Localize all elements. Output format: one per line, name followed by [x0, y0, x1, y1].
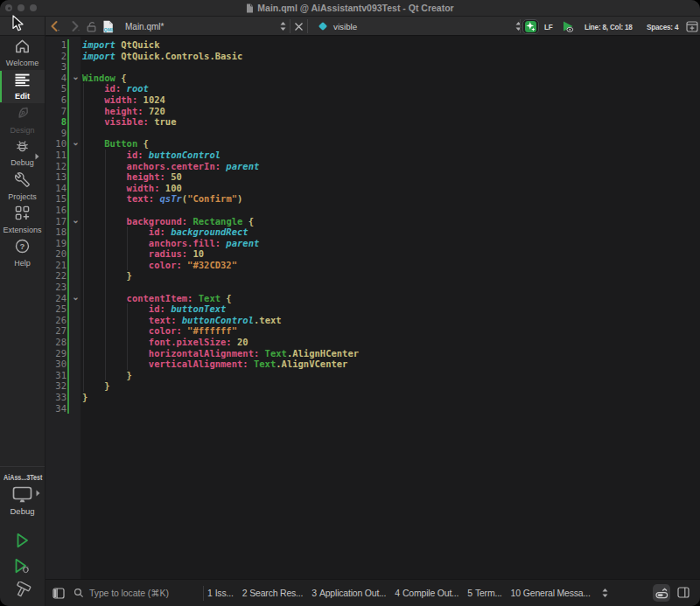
indent-guide: [83, 359, 84, 370]
status-bar: Type to locate (⌘K) 1 Iss... 2 Search Re…: [46, 579, 700, 606]
open-document-selector[interactable]: Main.qml*: [125, 17, 164, 36]
line-number: 15: [46, 193, 66, 205]
fold-marker-icon[interactable]: ⌄: [70, 72, 81, 83]
code-line-2: 2import QtQuick.Controls.Basic: [46, 51, 700, 62]
build-button[interactable]: [0, 582, 45, 598]
sidebar-mode-help[interactable]: ? Help: [0, 236, 45, 269]
extensions-mode-icon: [15, 205, 30, 224]
code-line-16: 16: [46, 205, 700, 216]
mode-label: Edit: [15, 92, 30, 101]
pane-number: 4: [395, 588, 400, 598]
output-pane-1[interactable]: 1 Iss...: [207, 588, 234, 598]
indent-guide: [105, 337, 106, 348]
indentation-indicator[interactable]: Spaces: 4: [647, 17, 683, 36]
sidebar-mode-debug[interactable]: Debug: [0, 136, 45, 170]
code-line-29: 29 horizontalAlignment: Text.AlignHCente…: [46, 348, 700, 359]
forward-arrow-icon: [68, 20, 80, 32]
fold-marker-icon[interactable]: ⌄: [70, 137, 81, 149]
indent-guide: [105, 205, 106, 216]
run-button[interactable]: [0, 533, 45, 548]
line-number: 18: [46, 226, 66, 238]
line-number: 34: [46, 403, 66, 414]
mode-selector: Welcome Edit Design Debug Projects Exten…: [0, 37, 45, 269]
indent-guide: [105, 161, 106, 172]
symbol-selector[interactable]: visible: [318, 17, 357, 36]
pane-label: Search Res...: [249, 588, 303, 598]
line-number: 24: [46, 293, 66, 304]
cursor-position-indicator[interactable]: Line: 8, Col: 18: [584, 17, 640, 36]
indent-guide: [105, 183, 106, 194]
indent-guide: [83, 205, 84, 216]
indent-guide: [83, 238, 84, 249]
line-number: 9: [46, 128, 66, 139]
fold-marker-icon[interactable]: ⌄: [70, 292, 81, 303]
qml-preview-button[interactable]: [563, 17, 574, 36]
line-number: 21: [46, 260, 66, 271]
code-editor[interactable]: 1import QtQuick2import QtQuick.Controls.…: [46, 37, 700, 579]
code-line-26: 26 text: buttonControl.text: [46, 315, 700, 326]
toolbar-separator: [307, 19, 308, 33]
indent-guide: [127, 238, 128, 249]
progress-details-button[interactable]: [653, 584, 670, 602]
mode-selector-sidebar: Welcome Edit Design Debug Projects Exten…: [0, 17, 46, 606]
sidebar-mode-extensions[interactable]: Extensions: [0, 203, 45, 236]
close-document-button[interactable]: [294, 17, 304, 36]
sidebar-mode-welcome[interactable]: Welcome: [0, 37, 45, 70]
split-editor-button[interactable]: [686, 17, 698, 36]
output-pane-arrows[interactable]: [601, 588, 609, 598]
indent-guide: [105, 270, 106, 282]
fold-marker-icon[interactable]: ⌄: [70, 215, 81, 226]
qml-property-diamond-icon: [318, 21, 328, 31]
code-line-13: 13 height: 50: [46, 171, 700, 183]
indent-guide: [127, 248, 128, 260]
line-number: 13: [46, 171, 66, 183]
output-pane-10[interactable]: 10 General Messa...: [511, 588, 591, 598]
qml-file-icon: QML: [102, 17, 114, 36]
indent-guide: [83, 116, 84, 128]
statusbar-separator: [203, 586, 204, 601]
monitor-icon: [12, 486, 32, 504]
unlocked-icon: [86, 21, 97, 32]
indent-guide: [127, 337, 128, 348]
go-back-button[interactable]: [49, 17, 61, 36]
code-line-17: 17⌄ background: Rectangle {: [46, 216, 700, 227]
debug-run-button[interactable]: [0, 558, 45, 574]
pane-number: 1: [207, 588, 213, 598]
sidebar-mode-edit[interactable]: Edit: [0, 70, 45, 103]
indent-guide: [105, 293, 106, 304]
indent-guide: [83, 161, 84, 172]
output-pane-3[interactable]: 3 Application Out...: [312, 588, 386, 598]
indent-guide: [127, 348, 128, 359]
toggle-left-sidebar-button[interactable]: [51, 585, 66, 601]
indent-guide: [83, 270, 84, 282]
line-number: 26: [46, 315, 66, 326]
locator-field[interactable]: Type to locate (⌘K): [74, 580, 169, 606]
code-line-8: 8 visible: true: [46, 116, 700, 128]
line-number: 25: [46, 303, 66, 315]
locator-placeholder: Type to locate (⌘K): [89, 588, 169, 598]
design-mode-icon: [15, 106, 31, 124]
split-editor-icon: [686, 21, 698, 32]
indent-guide: [83, 282, 84, 293]
file-lock-button[interactable]: [86, 17, 97, 36]
mouse-cursor: [12, 15, 24, 32]
symbol-selector-arrows[interactable]: [514, 17, 522, 36]
pane-label: Compile Out...: [402, 588, 458, 598]
output-pane-4[interactable]: 4 Compile Out...: [395, 588, 458, 598]
line-number: 12: [46, 161, 66, 172]
output-pane-5[interactable]: 5 Term...: [467, 588, 501, 598]
pane-label: Term...: [475, 588, 502, 598]
line-ending-indicator[interactable]: LF: [544, 17, 554, 36]
indent-guide: [83, 248, 84, 260]
output-pane-2[interactable]: 2 Search Res...: [242, 588, 304, 598]
document-selector-arrows[interactable]: [279, 17, 287, 36]
ai-assistant-button[interactable]: [522, 19, 539, 34]
indent-guide: [105, 150, 106, 161]
go-forward-button[interactable]: [68, 17, 80, 36]
sidebar-mode-projects[interactable]: Projects: [0, 170, 45, 203]
toggle-right-sidebar-button[interactable]: [677, 587, 690, 598]
indent-guide: [83, 193, 84, 205]
indent-guide: [83, 83, 84, 94]
indent-guide: [83, 226, 84, 238]
close-icon: [294, 22, 304, 31]
